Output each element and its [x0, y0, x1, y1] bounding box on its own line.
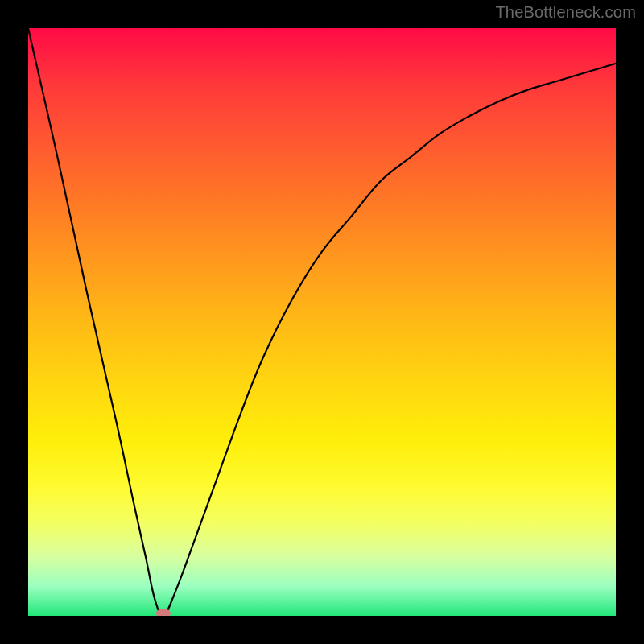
chart-frame: TheBottleneck.com	[0, 0, 644, 644]
curve-svg	[28, 28, 616, 616]
credit-label: TheBottleneck.com	[495, 3, 636, 22]
plot-area	[28, 28, 616, 616]
bottleneck-curve	[28, 28, 616, 616]
